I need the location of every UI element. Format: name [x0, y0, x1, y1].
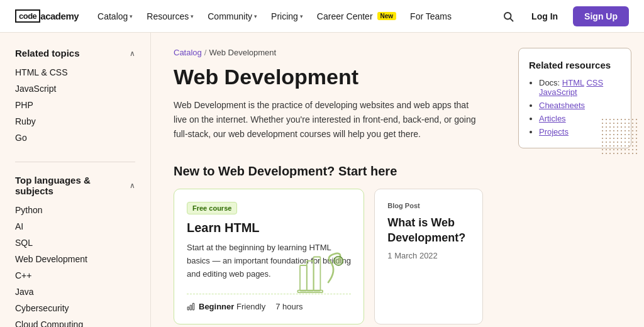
docs-js-link[interactable]: JavaScript	[539, 87, 577, 97]
resources-cheatsheets: Cheatsheets	[539, 101, 621, 110]
svg-rect-8	[187, 307, 189, 310]
page-description: Web Development is the practice of devel…	[174, 98, 483, 141]
sidebar-item-go[interactable]: Go	[15, 131, 135, 144]
breadcrumb-current: Web Development	[209, 48, 276, 57]
svg-rect-10	[192, 304, 194, 311]
chevron-down-icon: ▾	[254, 13, 257, 19]
cheatsheets-link[interactable]: Cheatsheets	[539, 101, 585, 110]
related-topics-links: HTML & CSS JavaScript PHP Ruby Go	[15, 66, 135, 144]
top-languages-title: Top languages & subjects	[15, 175, 130, 196]
sidebar-item-html-css[interactable]: HTML & CSS	[15, 66, 135, 79]
docs-css-link[interactable]: CSS	[586, 78, 603, 87]
svg-rect-2	[300, 265, 307, 291]
nav-right: Log In Sign Up	[500, 6, 629, 26]
course-level: Beginner Friendly	[187, 302, 265, 311]
collapse-icon[interactable]: ∧	[130, 181, 135, 190]
course-duration: 7 hours	[275, 302, 303, 311]
chevron-down-icon: ▾	[130, 13, 133, 19]
collapse-icon[interactable]: ∧	[130, 49, 135, 58]
projects-link[interactable]: Projects	[539, 127, 569, 136]
sidebar-divider	[15, 162, 135, 162]
course-illustration	[294, 248, 351, 299]
svg-rect-3	[307, 261, 314, 291]
docs-html-link[interactable]: HTML	[562, 78, 584, 87]
resources-title: Related resources	[529, 60, 621, 70]
search-button[interactable]	[500, 8, 516, 25]
svg-rect-9	[190, 306, 191, 311]
chevron-down-icon: ▾	[191, 13, 194, 19]
breadcrumb-catalog[interactable]: Catalog	[174, 48, 202, 57]
sidebar-item-php[interactable]: PHP	[15, 99, 135, 111]
resources-docs: Docs: HTML CSS JavaScript	[539, 78, 621, 97]
sidebar-item-sql[interactable]: SQL	[15, 236, 135, 249]
nav-catalog[interactable]: Catalog ▾	[91, 8, 139, 25]
top-languages-links: Python AI SQL Web Development C++ Java C…	[15, 204, 135, 327]
logo-text: academy	[40, 11, 79, 21]
signup-button[interactable]: Sign Up	[573, 6, 629, 26]
main-content: Catalog / Web Development Web Developmen…	[151, 33, 506, 327]
course-card[interactable]: Free course Learn HTML Start at the begi…	[174, 189, 364, 324]
page-title: Web Development	[174, 65, 483, 89]
sidebar-item-ruby[interactable]: Ruby	[15, 115, 135, 128]
nav-items: Catalog ▾ Resources ▾ Community ▾ Pricin…	[91, 8, 497, 25]
nav-for-teams[interactable]: For Teams	[404, 8, 458, 25]
sidebar: Related topics ∧ HTML & CSS JavaScript P…	[0, 33, 151, 327]
sidebar-item-cpp[interactable]: C++	[15, 269, 135, 282]
logo-bracket: code	[15, 9, 40, 23]
blog-date: 1 March 2022	[387, 251, 438, 260]
breadcrumb: Catalog / Web Development	[174, 48, 483, 57]
sidebar-item-cybersecurity[interactable]: Cybersecurity	[15, 302, 135, 314]
breadcrumb-separator: /	[204, 48, 207, 57]
course-title: Learn HTML	[187, 221, 351, 235]
new-badge: New	[377, 12, 397, 20]
section-title: New to Web Development? Start here	[174, 164, 483, 179]
course-tag: Free course	[187, 202, 237, 214]
related-resources-panel: Related resources Docs: HTML CSS JavaScr…	[506, 33, 644, 327]
navbar: codeacademy Catalog ▾ Resources ▾ Commun…	[0, 0, 644, 33]
top-languages-section: Top languages & subjects ∧ Python AI SQL…	[15, 175, 135, 327]
resources-box: Related resources Docs: HTML CSS JavaScr…	[518, 48, 631, 148]
sidebar-item-java[interactable]: Java	[15, 285, 135, 298]
sidebar-item-javascript[interactable]: JavaScript	[15, 82, 135, 95]
blog-title: What is Web Development?	[387, 216, 470, 245]
svg-rect-4	[314, 257, 321, 291]
login-button[interactable]: Log In	[524, 8, 565, 25]
articles-link[interactable]: Articles	[539, 114, 566, 123]
svg-line-1	[510, 18, 513, 21]
top-languages-header: Top languages & subjects ∧	[15, 175, 135, 196]
related-topics-section: Related topics ∧ HTML & CSS JavaScript P…	[15, 48, 135, 144]
dot-pattern-decoration	[601, 118, 638, 155]
sidebar-item-web-development[interactable]: Web Development	[15, 253, 135, 265]
nav-pricing[interactable]: Pricing ▾	[265, 8, 309, 25]
svg-rect-5	[298, 290, 323, 292]
nav-resources[interactable]: Resources ▾	[140, 8, 200, 25]
sidebar-item-ai[interactable]: AI	[15, 220, 135, 233]
cards-row: Free course Learn HTML Start at the begi…	[174, 189, 483, 324]
blog-tag: Blog Post	[387, 202, 470, 209]
logo[interactable]: codeacademy	[15, 9, 79, 23]
blog-card[interactable]: Blog Post What is Web Development? 1 Mar…	[374, 189, 483, 324]
related-topics-title: Related topics	[15, 48, 80, 58]
nav-career-center[interactable]: Career Center New	[311, 8, 402, 25]
sidebar-item-python[interactable]: Python	[15, 204, 135, 216]
page-layout: Related topics ∧ HTML & CSS JavaScript P…	[0, 33, 644, 327]
related-topics-header: Related topics ∧	[15, 48, 135, 58]
chevron-down-icon: ▾	[300, 13, 303, 19]
nav-community[interactable]: Community ▾	[201, 8, 264, 25]
sidebar-item-cloud-computing[interactable]: Cloud Computing	[15, 318, 135, 327]
